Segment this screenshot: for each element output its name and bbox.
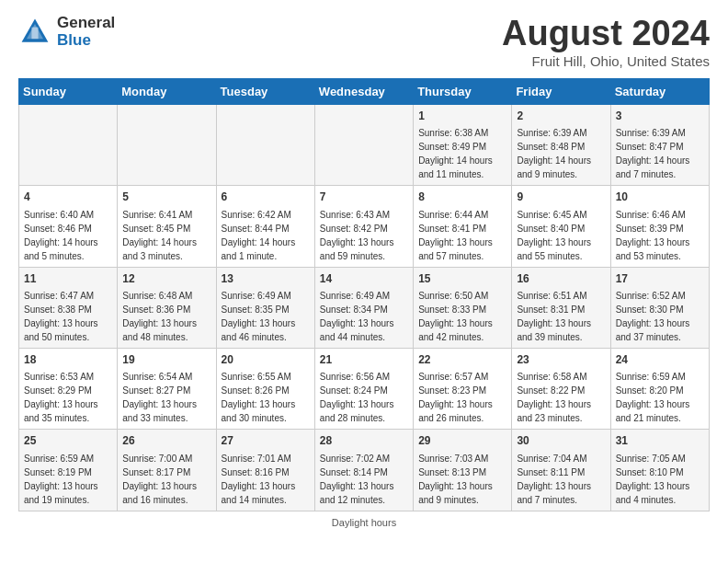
calendar-cell-w4-d4: 21Sunrise: 6:56 AM Sunset: 8:24 PM Dayli… [314, 348, 413, 429]
calendar-cell-w4-d5: 22Sunrise: 6:57 AM Sunset: 8:23 PM Dayli… [414, 348, 512, 429]
day-number: 6 [222, 190, 310, 205]
calendar-cell-w5-d2: 26Sunrise: 7:00 AM Sunset: 8:17 PM Dayli… [118, 430, 216, 511]
day-number: 1 [418, 109, 506, 124]
day-number: 7 [320, 190, 408, 205]
day-info: Sunrise: 6:57 AM Sunset: 8:23 PM Dayligh… [418, 370, 506, 425]
calendar-cell-w4-d2: 19Sunrise: 6:54 AM Sunset: 8:27 PM Dayli… [118, 348, 216, 429]
col-sunday: Sunday [19, 78, 118, 104]
day-number: 30 [517, 433, 605, 449]
day-number: 18 [24, 352, 112, 368]
calendar-cell-w2-d1: 4Sunrise: 6:40 AM Sunset: 8:46 PM Daylig… [19, 186, 118, 267]
day-info: Sunrise: 6:58 AM Sunset: 8:22 PM Dayligh… [517, 370, 605, 425]
day-info: Sunrise: 6:39 AM Sunset: 8:48 PM Dayligh… [517, 126, 605, 181]
day-number: 17 [616, 271, 704, 287]
col-tuesday: Tuesday [216, 78, 314, 104]
day-number: 10 [616, 190, 704, 205]
calendar: Sunday Monday Tuesday Wednesday Thursday… [18, 78, 710, 511]
col-monday: Monday [118, 78, 216, 104]
day-info: Sunrise: 7:01 AM Sunset: 8:16 PM Dayligh… [222, 452, 310, 507]
main-title: August 2024 [502, 15, 710, 53]
calendar-week-3: 11Sunrise: 6:47 AM Sunset: 8:38 PM Dayli… [19, 267, 710, 348]
day-number: 5 [122, 190, 210, 205]
day-info: Sunrise: 6:52 AM Sunset: 8:30 PM Dayligh… [616, 289, 704, 344]
calendar-cell-w4-d3: 20Sunrise: 6:55 AM Sunset: 8:26 PM Dayli… [216, 348, 314, 429]
calendar-cell-w5-d4: 28Sunrise: 7:02 AM Sunset: 8:14 PM Dayli… [314, 430, 413, 511]
calendar-cell-w1-d5: 1Sunrise: 6:38 AM Sunset: 8:49 PM Daylig… [414, 104, 512, 185]
calendar-week-2: 4Sunrise: 6:40 AM Sunset: 8:46 PM Daylig… [19, 186, 710, 267]
calendar-cell-w3-d3: 13Sunrise: 6:49 AM Sunset: 8:35 PM Dayli… [216, 267, 314, 348]
calendar-cell-w1-d7: 3Sunrise: 6:39 AM Sunset: 8:47 PM Daylig… [610, 104, 709, 185]
calendar-cell-w3-d7: 17Sunrise: 6:52 AM Sunset: 8:30 PM Dayli… [610, 267, 709, 348]
day-number: 16 [517, 271, 605, 287]
day-number: 13 [222, 271, 310, 287]
calendar-cell-w2-d7: 10Sunrise: 6:46 AM Sunset: 8:39 PM Dayli… [610, 186, 709, 267]
day-info: Sunrise: 6:48 AM Sunset: 8:36 PM Dayligh… [122, 289, 210, 344]
calendar-week-5: 25Sunrise: 6:59 AM Sunset: 8:19 PM Dayli… [19, 430, 710, 511]
day-info: Sunrise: 6:47 AM Sunset: 8:38 PM Dayligh… [24, 289, 112, 344]
calendar-cell-w1-d1 [19, 104, 118, 185]
day-info: Sunrise: 6:43 AM Sunset: 8:42 PM Dayligh… [320, 208, 408, 263]
calendar-cell-w2-d6: 9Sunrise: 6:45 AM Sunset: 8:40 PM Daylig… [512, 186, 610, 267]
day-number: 15 [418, 271, 506, 287]
day-number: 27 [222, 433, 310, 449]
day-info: Sunrise: 6:54 AM Sunset: 8:27 PM Dayligh… [122, 370, 210, 425]
day-number: 11 [24, 271, 112, 287]
subtitle: Fruit Hill, Ohio, United States [502, 53, 710, 69]
day-info: Sunrise: 6:51 AM Sunset: 8:31 PM Dayligh… [517, 289, 605, 344]
day-number: 21 [320, 352, 408, 368]
day-number: 14 [320, 271, 408, 287]
calendar-cell-w4-d6: 23Sunrise: 6:58 AM Sunset: 8:22 PM Dayli… [512, 348, 610, 429]
logo: General Blue [18, 15, 115, 49]
calendar-cell-w1-d2 [118, 104, 216, 185]
logo-general: General [57, 15, 115, 32]
calendar-week-1: 1Sunrise: 6:38 AM Sunset: 8:49 PM Daylig… [19, 104, 710, 185]
calendar-week-4: 18Sunrise: 6:53 AM Sunset: 8:29 PM Dayli… [19, 348, 710, 429]
day-number: 25 [24, 433, 112, 449]
calendar-cell-w3-d6: 16Sunrise: 6:51 AM Sunset: 8:31 PM Dayli… [512, 267, 610, 348]
day-info: Sunrise: 7:05 AM Sunset: 8:10 PM Dayligh… [616, 452, 704, 507]
calendar-cell-w5-d3: 27Sunrise: 7:01 AM Sunset: 8:16 PM Dayli… [216, 430, 314, 511]
calendar-header-row: Sunday Monday Tuesday Wednesday Thursday… [19, 78, 710, 104]
day-info: Sunrise: 6:49 AM Sunset: 8:34 PM Dayligh… [320, 289, 408, 344]
col-wednesday: Wednesday [314, 78, 413, 104]
day-info: Sunrise: 6:38 AM Sunset: 8:49 PM Dayligh… [418, 126, 506, 181]
day-number: 4 [24, 190, 112, 205]
svg-rect-2 [31, 27, 38, 39]
col-thursday: Thursday [414, 78, 512, 104]
day-number: 31 [616, 433, 704, 449]
day-number: 24 [616, 352, 704, 368]
col-saturday: Saturday [610, 78, 709, 104]
day-number: 12 [122, 271, 210, 287]
calendar-cell-w1-d4 [314, 104, 413, 185]
calendar-cell-w4-d7: 24Sunrise: 6:59 AM Sunset: 8:20 PM Dayli… [610, 348, 709, 429]
day-number: 20 [222, 352, 310, 368]
calendar-cell-w1-d3 [216, 104, 314, 185]
day-info: Sunrise: 6:53 AM Sunset: 8:29 PM Dayligh… [24, 370, 112, 425]
day-info: Sunrise: 6:50 AM Sunset: 8:33 PM Dayligh… [418, 289, 506, 344]
day-number: 3 [616, 109, 704, 124]
day-info: Sunrise: 7:00 AM Sunset: 8:17 PM Dayligh… [122, 452, 210, 507]
day-number: 26 [122, 433, 210, 449]
day-number: 19 [122, 352, 210, 368]
calendar-cell-w5-d6: 30Sunrise: 7:04 AM Sunset: 8:11 PM Dayli… [512, 430, 610, 511]
day-info: Sunrise: 6:45 AM Sunset: 8:40 PM Dayligh… [517, 208, 605, 263]
day-info: Sunrise: 6:55 AM Sunset: 8:26 PM Dayligh… [222, 370, 310, 425]
day-info: Sunrise: 7:04 AM Sunset: 8:11 PM Dayligh… [517, 452, 605, 507]
day-info: Sunrise: 6:59 AM Sunset: 8:19 PM Dayligh… [24, 452, 112, 507]
day-info: Sunrise: 6:41 AM Sunset: 8:45 PM Dayligh… [122, 208, 210, 263]
day-info: Sunrise: 6:44 AM Sunset: 8:41 PM Dayligh… [418, 208, 506, 263]
day-number: 29 [418, 433, 506, 449]
day-info: Sunrise: 6:40 AM Sunset: 8:46 PM Dayligh… [24, 208, 112, 263]
footer-note: Daylight hours [18, 517, 710, 528]
day-number: 23 [517, 352, 605, 368]
day-number: 9 [517, 190, 605, 205]
page: General Blue August 2024 Fruit Hill, Ohi… [0, 0, 728, 537]
calendar-cell-w5-d7: 31Sunrise: 7:05 AM Sunset: 8:10 PM Dayli… [610, 430, 709, 511]
calendar-cell-w3-d4: 14Sunrise: 6:49 AM Sunset: 8:34 PM Dayli… [314, 267, 413, 348]
day-number: 22 [418, 352, 506, 368]
calendar-cell-w3-d2: 12Sunrise: 6:48 AM Sunset: 8:36 PM Dayli… [118, 267, 216, 348]
calendar-cell-w5-d1: 25Sunrise: 6:59 AM Sunset: 8:19 PM Dayli… [19, 430, 118, 511]
day-info: Sunrise: 6:56 AM Sunset: 8:24 PM Dayligh… [320, 370, 408, 425]
col-friday: Friday [512, 78, 610, 104]
calendar-cell-w2-d5: 8Sunrise: 6:44 AM Sunset: 8:41 PM Daylig… [414, 186, 512, 267]
